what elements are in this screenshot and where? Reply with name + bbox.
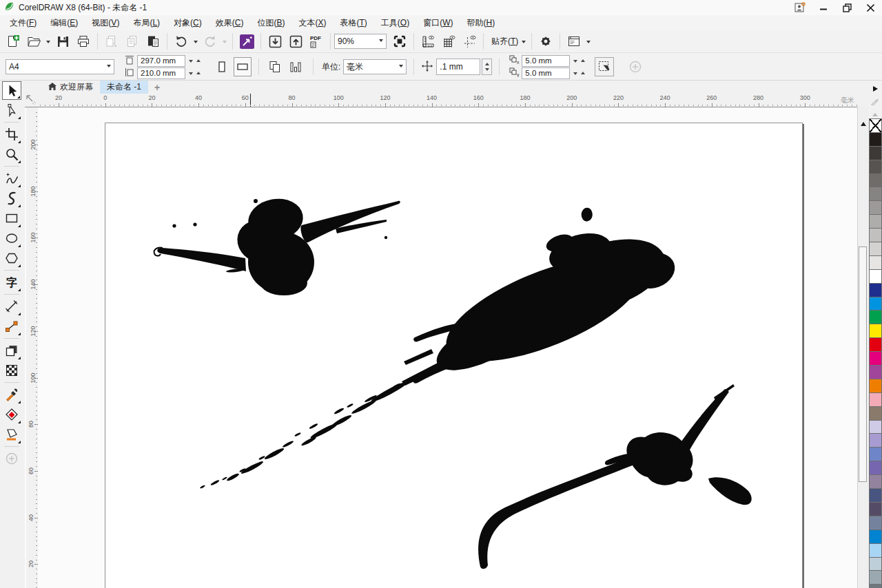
page-height-input[interactable]: 210.0 mm bbox=[137, 67, 185, 79]
ink-shape-bottom-right[interactable] bbox=[478, 384, 752, 569]
new-document-tab-button[interactable]: + bbox=[148, 81, 166, 94]
tool-transparency[interactable] bbox=[2, 361, 21, 380]
snap-to-dropdown[interactable] bbox=[520, 32, 528, 50]
tool-color-eyedropper[interactable] bbox=[2, 385, 21, 404]
menu-item-2[interactable]: 视图(V) bbox=[85, 15, 126, 30]
swatch-a1459b[interactable] bbox=[869, 365, 882, 379]
tool-text[interactable]: 字 bbox=[2, 273, 21, 292]
print-button[interactable] bbox=[74, 32, 92, 50]
menu-item-1[interactable]: 编辑(E) bbox=[43, 15, 85, 30]
restore-button[interactable] bbox=[835, 0, 859, 15]
swatch-cfcbe7[interactable] bbox=[869, 420, 882, 434]
swatch-c1c0bf[interactable] bbox=[869, 228, 882, 242]
horizontal-ruler[interactable]: 毫米 2002040608010012014016018020022024026… bbox=[37, 94, 857, 107]
minimize-button[interactable] bbox=[812, 0, 835, 15]
swatch-e6e5e4[interactable] bbox=[869, 255, 882, 270]
swatch-9aa8b0[interactable] bbox=[869, 570, 882, 585]
menu-item-3[interactable]: 布局(L) bbox=[126, 15, 167, 30]
undo-dropdown[interactable] bbox=[192, 32, 200, 50]
swatch-a79bd1[interactable] bbox=[869, 433, 882, 448]
tool-freehand[interactable] bbox=[2, 169, 21, 188]
menu-item-4[interactable]: 对象(C) bbox=[167, 15, 209, 30]
tool-shape[interactable] bbox=[2, 101, 21, 120]
swatch-d3d2d1[interactable] bbox=[869, 242, 882, 256]
ink-shape-top-left[interactable] bbox=[154, 195, 400, 295]
swatch-74829e[interactable] bbox=[869, 516, 882, 530]
open-button[interactable] bbox=[25, 32, 43, 50]
full-screen-preview-button[interactable] bbox=[391, 32, 409, 50]
swatch-e4007d[interactable] bbox=[869, 351, 882, 366]
new-document-button[interactable] bbox=[4, 32, 22, 50]
menu-item-9[interactable]: 工具(O) bbox=[374, 15, 416, 30]
tool-artistic-media[interactable] bbox=[2, 189, 21, 208]
swatch-f2abb7[interactable] bbox=[869, 392, 882, 407]
swatch-6f787e[interactable] bbox=[869, 584, 882, 588]
menu-item-6[interactable]: 位图(B) bbox=[250, 15, 291, 30]
duplicate-y-input[interactable]: 5.0 mm bbox=[522, 67, 570, 79]
portrait-button[interactable] bbox=[213, 57, 231, 76]
publish-pdf-button[interactable]: PDF bbox=[307, 32, 325, 50]
swatch-3d3936[interactable] bbox=[869, 146, 882, 160]
undo-button[interactable] bbox=[172, 32, 190, 50]
swatch-6e86c8[interactable] bbox=[869, 447, 882, 461]
swatch-e30010[interactable] bbox=[869, 337, 882, 352]
zoom-level-combo[interactable]: 90% bbox=[334, 34, 387, 49]
swatch-ffffff[interactable] bbox=[869, 269, 882, 284]
duplicate-x-spinner[interactable] bbox=[573, 57, 585, 65]
open-dropdown[interactable] bbox=[44, 32, 52, 50]
show-guidelines-toggle[interactable] bbox=[460, 32, 478, 50]
account-button[interactable] bbox=[788, 0, 812, 15]
swatch-6f6c6a[interactable] bbox=[869, 174, 882, 188]
tool-polygon[interactable] bbox=[2, 249, 21, 268]
paste-button[interactable] bbox=[144, 32, 162, 50]
import-button[interactable] bbox=[266, 32, 284, 50]
swatch-ee7e00[interactable] bbox=[869, 379, 882, 393]
app-launcher-button[interactable] bbox=[238, 32, 256, 50]
menu-item-0[interactable]: 文件(F) bbox=[3, 15, 43, 30]
swatch-00a04f[interactable] bbox=[869, 310, 882, 324]
swatch-211c19[interactable] bbox=[869, 132, 882, 147]
landscape-button[interactable] bbox=[234, 57, 252, 76]
tool-smart-fill[interactable] bbox=[2, 425, 21, 444]
ink-splatter-trail[interactable] bbox=[200, 379, 409, 489]
menu-item-8[interactable]: 表格(T) bbox=[333, 15, 373, 30]
palette-eyedropper-icon[interactable] bbox=[871, 97, 879, 107]
scroll-up-arrow[interactable] bbox=[858, 119, 868, 126]
tool-rectangle[interactable] bbox=[2, 209, 21, 228]
nudge-distance-input[interactable]: .1 mm bbox=[436, 59, 480, 75]
duplicate-y-spinner[interactable] bbox=[573, 70, 585, 77]
close-button[interactable] bbox=[859, 0, 882, 15]
swatch-1f2d8e[interactable] bbox=[869, 283, 882, 297]
swatch-no-fill[interactable] bbox=[869, 118, 882, 133]
tool-pick[interactable] bbox=[2, 81, 21, 100]
zoom-level-caret[interactable] bbox=[379, 39, 383, 44]
ruler-origin-icon[interactable] bbox=[25, 94, 37, 107]
options-button[interactable] bbox=[537, 32, 555, 50]
menu-item-5[interactable]: 效果(C) bbox=[209, 15, 251, 30]
swatch-575350[interactable] bbox=[869, 160, 882, 174]
swatch-544c66[interactable] bbox=[869, 502, 882, 516]
duplicate-x-input[interactable]: 5.0 mm bbox=[522, 55, 570, 67]
swatch-93839e[interactable] bbox=[869, 474, 882, 489]
swatch-0093df[interactable] bbox=[869, 297, 882, 311]
ink-shape-center[interactable] bbox=[402, 208, 680, 386]
swatch-9c9a99[interactable] bbox=[869, 200, 882, 215]
tool-ellipse[interactable] bbox=[2, 229, 21, 248]
tool-interactive-fill[interactable] bbox=[2, 405, 21, 424]
swatch-bfcfd9[interactable] bbox=[869, 557, 882, 571]
window-layout-dropdown[interactable] bbox=[584, 32, 593, 50]
vertical-scrollbar[interactable] bbox=[857, 107, 868, 588]
menu-item-7[interactable]: 文本(X) bbox=[291, 15, 333, 30]
swatch-485580[interactable] bbox=[869, 488, 882, 503]
save-button[interactable] bbox=[54, 32, 72, 50]
swatch-7666b0[interactable] bbox=[869, 461, 882, 475]
show-grid-toggle[interactable] bbox=[440, 32, 458, 50]
page-width-input[interactable]: 297.0 mm bbox=[137, 55, 185, 67]
palette-scroll-up[interactable] bbox=[872, 110, 878, 116]
vertical-ruler[interactable]: 20018016014012010080604020 bbox=[26, 107, 38, 588]
scrollbar-thumb[interactable] bbox=[859, 246, 867, 482]
snap-to-label[interactable]: 贴齐(T) bbox=[491, 36, 518, 48]
window-layout-button[interactable] bbox=[565, 32, 583, 50]
show-rulers-toggle[interactable] bbox=[419, 32, 437, 50]
menu-item-10[interactable]: 窗口(W) bbox=[416, 15, 460, 30]
